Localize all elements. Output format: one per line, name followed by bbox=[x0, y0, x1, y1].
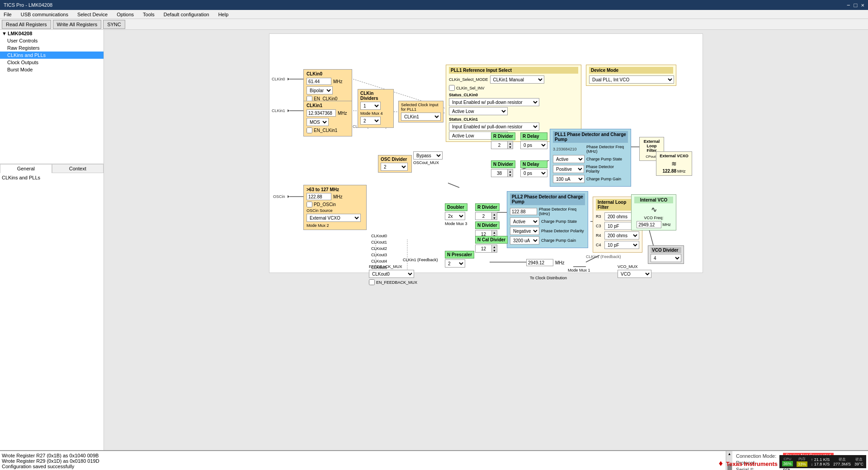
c4-select[interactable]: 10 pF 20 pF bbox=[604, 241, 639, 249]
tray-cpu-label: CPU bbox=[783, 457, 791, 461]
osc-divider-select[interactable]: 214 bbox=[381, 163, 408, 171]
log-line-1: Wrote Register R29 (0x1D) as 0x0180 019D bbox=[2, 458, 724, 464]
sidebar-item-clock-outputs[interactable]: Clock Outputs bbox=[0, 59, 104, 66]
sidebar-item-raw-registers[interactable]: Raw Registers bbox=[0, 44, 104, 52]
pll1-charge-pump-gain-select[interactable]: 100 uA 400 uA bbox=[553, 175, 585, 183]
pd-oscin-checkbox[interactable] bbox=[307, 202, 312, 207]
r-divider-pll1-up[interactable]: ▲ bbox=[507, 141, 513, 145]
sidebar-item-clkins-and-plls[interactable]: CLKins and PLLs bbox=[0, 52, 104, 59]
pll1-phase-freq-label: Phase Detector Freq (MHz) bbox=[586, 145, 628, 154]
n-delay-title: N Delay bbox=[520, 160, 547, 168]
maximize-button[interactable]: □ bbox=[854, 2, 858, 9]
svg-line-18 bbox=[448, 183, 459, 188]
scroll-up-icon[interactable]: ▲ bbox=[728, 452, 731, 456]
menu-help[interactable]: Help bbox=[217, 12, 231, 17]
pll2-phase-polarity-select[interactable]: Negative Positive bbox=[510, 227, 539, 235]
clkin1-freq-input[interactable] bbox=[307, 109, 336, 117]
n-divider-pll2-up[interactable]: ▲ bbox=[491, 230, 497, 234]
ti-logo-icon: ♦ bbox=[719, 459, 723, 468]
clkin-div2-select[interactable]: 214 bbox=[360, 117, 381, 125]
sidebar-item-burst-mode[interactable]: Burst Mode bbox=[0, 66, 104, 73]
diagram-container: CLKin0 CLKin1 OSCin bbox=[269, 33, 703, 273]
n-prescaler-select[interactable]: 248 bbox=[445, 259, 465, 268]
sync-button[interactable]: SYNC bbox=[103, 20, 125, 29]
tree-item-root[interactable]: ▼ LMK04208 bbox=[0, 30, 104, 37]
read-all-registers-button[interactable]: Read All Registers bbox=[2, 20, 51, 29]
n-delay-select[interactable]: 0 ps 100 ps bbox=[520, 169, 547, 177]
ext-vcxo-title: External VCXO bbox=[659, 154, 689, 158]
pll2-phase-freq-label: Phase Detector Freq (MHz) bbox=[539, 207, 585, 216]
pll2-charge-pump-gain-select[interactable]: 3200 uA 100 uA bbox=[510, 236, 539, 244]
menubar: File USB communications Select Device Op… bbox=[0, 10, 868, 19]
pll2-charge-pump-state-label: Charge Pump State bbox=[541, 219, 577, 224]
menu-options[interactable]: Options bbox=[115, 12, 136, 17]
status-clkin1-input-select[interactable]: Input Enabled w/ pull-down resistor bbox=[449, 122, 539, 131]
menu-select-device[interactable]: Select Device bbox=[75, 12, 109, 17]
selected-clock-select[interactable]: CLKin1 CLKin0 bbox=[401, 113, 441, 121]
c3-label: C3 bbox=[596, 224, 603, 228]
r-divider-pll2-down[interactable]: ▼ bbox=[491, 216, 497, 220]
clkin1-mode-select[interactable]: MOS bbox=[307, 118, 329, 126]
clkin0-freq-input[interactable] bbox=[307, 78, 331, 85]
oscin-freq-input[interactable] bbox=[307, 193, 331, 200]
menu-default-config[interactable]: Default configuration bbox=[162, 12, 211, 17]
oscin-source-select[interactable]: External VCXO Crystal bbox=[307, 214, 361, 222]
titlebar: TICS Pro - LMK04208 − □ × bbox=[0, 0, 868, 10]
status-clkin1-label: Status_CLKin1 bbox=[449, 117, 578, 122]
pll2-charge-pump-gain-label: Charge Pump Gain bbox=[541, 238, 576, 243]
r-delay-title: R Delay bbox=[520, 132, 547, 140]
r-divider-pll2-up[interactable]: ▲ bbox=[491, 212, 497, 216]
sidebar-item-user-controls[interactable]: User Controls bbox=[0, 37, 104, 44]
write-all-registers-button[interactable]: Write All Registers bbox=[53, 20, 102, 29]
bypass-block: Bypass OSCout OSCout_MUX bbox=[413, 151, 443, 165]
doubler-select[interactable]: 2x 1x bbox=[445, 212, 465, 220]
r-divider-pll1-input[interactable] bbox=[491, 141, 507, 149]
menu-usb[interactable]: USB communications bbox=[19, 12, 70, 17]
device-mode-select[interactable]: Dual PLL, Int VCO bbox=[589, 75, 674, 84]
sidebar-raw-registers-label: Raw Registers bbox=[7, 45, 40, 51]
pll1-phase-polarity-select[interactable]: Positive Negative bbox=[553, 165, 584, 173]
tab-context[interactable]: Context bbox=[52, 164, 104, 173]
n-cal-divider-down[interactable]: ▼ bbox=[491, 249, 497, 252]
clkin-dividers-title: CLKin Dividers bbox=[360, 91, 391, 101]
minimize-button[interactable]: − bbox=[847, 2, 850, 9]
clkout3-label: CLKout3 bbox=[371, 252, 387, 258]
pd-oscin-label: PD_OSCin bbox=[314, 202, 336, 207]
pll1-mode-select[interactable]: CLKin1 Manual CLKin0 Manual Auto bbox=[490, 75, 544, 84]
n-cal-divider-input[interactable] bbox=[476, 245, 491, 252]
vco-freq-input[interactable] bbox=[637, 221, 661, 228]
n-divider-pll1-down[interactable]: ▼ bbox=[507, 173, 513, 177]
r4-select[interactable]: 200 ohms 400 ohms bbox=[604, 231, 639, 240]
vco-mux-select[interactable]: VCO OSCin bbox=[618, 270, 651, 278]
feedback-mux-select[interactable]: CLKout0 CLKout1 bbox=[369, 270, 414, 278]
n-divider-pll1-input[interactable] bbox=[491, 169, 507, 177]
tab-general[interactable]: General bbox=[0, 164, 52, 173]
vco-freq-display-input[interactable] bbox=[526, 259, 553, 266]
clkin1-en-checkbox[interactable] bbox=[307, 127, 312, 133]
to-clock-dist-text: To Clock Distribution bbox=[530, 276, 567, 280]
n-cal-divider-up[interactable]: ▲ bbox=[491, 245, 497, 249]
ext-vcxo-unit: MHz bbox=[677, 169, 686, 174]
pll2-charge-pump-state-select[interactable]: Active TRI-STATE bbox=[510, 217, 539, 226]
vco-divider-select[interactable]: 4235 bbox=[651, 254, 681, 262]
clkin0-mode-select[interactable]: Bipolar bbox=[307, 86, 333, 94]
status-clkin0-state-select[interactable]: Active Low Active High bbox=[449, 107, 508, 115]
clkin-div1-select[interactable]: 1248 bbox=[360, 102, 381, 110]
en-feedback-mux-checkbox[interactable] bbox=[369, 279, 375, 285]
pll1-charge-pump-state-select[interactable]: Active TRI-STATE bbox=[553, 155, 585, 163]
clkin-sel-inv-checkbox[interactable] bbox=[449, 85, 455, 91]
menu-file[interactable]: File bbox=[2, 12, 14, 17]
main-layout: ▼ LMK04208 User Controls Raw Registers C… bbox=[0, 30, 868, 450]
pll2-phase-freq-input[interactable] bbox=[510, 208, 537, 215]
r-divider-pll2-input[interactable] bbox=[476, 212, 491, 220]
sidebar-user-controls-label: User Controls bbox=[7, 38, 38, 43]
close-button[interactable]: × bbox=[861, 2, 864, 9]
r-divider-pll1-down[interactable]: ▼ bbox=[507, 145, 513, 149]
status-clkin0-input-select[interactable]: Input Enabled w/ pull-down resistor bbox=[449, 98, 539, 106]
menu-tools[interactable]: Tools bbox=[141, 12, 156, 17]
r-delay-select[interactable]: 0 ps 100 ps bbox=[520, 141, 547, 149]
pll1-charge-pump-gain-label: Charge Pump Gain bbox=[586, 177, 621, 181]
bypass-select[interactable]: Bypass OSCout bbox=[413, 151, 443, 160]
n-divider-pll1-up[interactable]: ▲ bbox=[507, 169, 513, 173]
vco-wave-symbol: ∿ bbox=[634, 205, 673, 214]
